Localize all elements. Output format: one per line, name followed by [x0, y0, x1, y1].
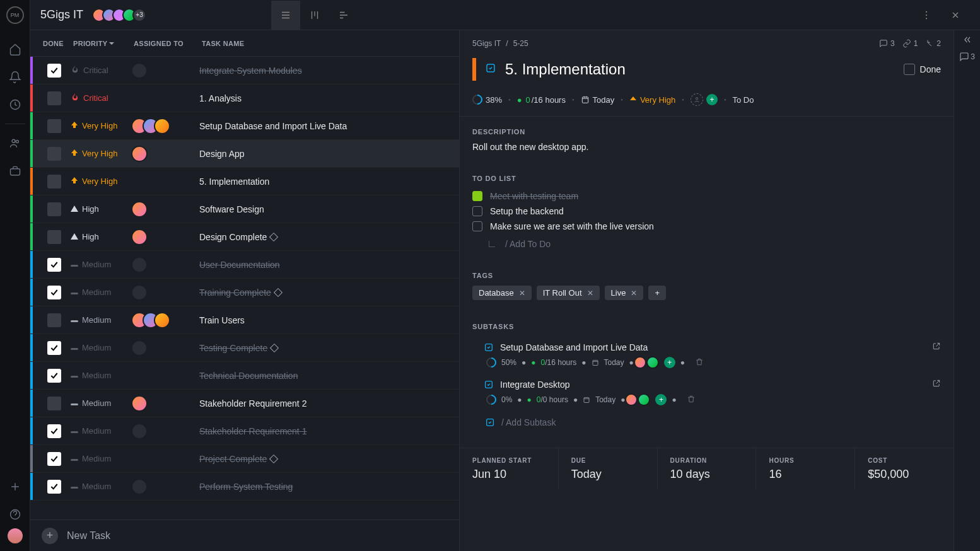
- task-row[interactable]: High Software Design: [30, 195, 459, 223]
- task-row[interactable]: Medium Stakeholder Requirement 1: [30, 417, 459, 445]
- task-name[interactable]: 5. Implementation: [199, 177, 459, 187]
- briefcase-icon[interactable]: [0, 157, 30, 185]
- people-icon[interactable]: [0, 129, 30, 157]
- priority-cell[interactable]: Medium: [71, 454, 131, 463]
- task-row[interactable]: Medium Training Complete: [30, 279, 459, 306]
- task-row[interactable]: Very High Setup Database and Import Live…: [30, 112, 459, 140]
- tag-chip[interactable]: Database✕: [472, 286, 532, 300]
- link-count[interactable]: 1: [902, 39, 918, 48]
- done-checkbox[interactable]: [47, 341, 61, 355]
- gantt-view-icon[interactable]: [329, 1, 358, 30]
- priority-chip[interactable]: Very High: [629, 95, 675, 105]
- done-checkbox[interactable]: [47, 452, 61, 466]
- task-name[interactable]: Train Users: [199, 315, 459, 325]
- collapse-icon[interactable]: [963, 35, 972, 44]
- subtask-item[interactable]: Setup Database and Import Live Data 50%●…: [484, 337, 941, 374]
- assignee-cell[interactable]: [131, 118, 199, 134]
- add-assignee-icon[interactable]: +: [655, 394, 667, 405]
- done-checkbox[interactable]: [47, 480, 61, 494]
- done-checkbox[interactable]: [47, 369, 61, 383]
- add-subtask-input[interactable]: / Add Subtask: [472, 411, 941, 427]
- board-view-icon[interactable]: [300, 1, 329, 30]
- hours-value[interactable]: 16: [769, 468, 842, 481]
- priority-cell[interactable]: Medium: [71, 343, 131, 352]
- task-name[interactable]: 1. Analysis: [199, 93, 459, 103]
- task-row[interactable]: Very High Design App: [30, 140, 459, 168]
- done-checkbox[interactable]: [47, 286, 61, 299]
- done-checkbox[interactable]: [47, 119, 61, 133]
- task-name[interactable]: Integrate System Modules: [199, 66, 459, 76]
- task-name[interactable]: Testing Complete: [199, 343, 459, 353]
- task-row[interactable]: Medium Perform System Testing: [30, 473, 459, 501]
- assignee-cell[interactable]: [131, 146, 199, 162]
- col-done[interactable]: DONE: [38, 40, 73, 47]
- priority-cell[interactable]: Critical: [71, 93, 131, 103]
- start-value[interactable]: Jun 10: [472, 468, 545, 481]
- task-name[interactable]: Setup Database and Import Live Data: [199, 121, 459, 131]
- add-assignee-icon[interactable]: +: [706, 94, 718, 105]
- delete-subtask-icon[interactable]: [695, 357, 704, 368]
- new-task-button[interactable]: + New Task: [30, 519, 459, 551]
- assignee-cell[interactable]: [131, 340, 199, 356]
- todo-item[interactable]: Make sure we are set with the live versi…: [472, 219, 941, 234]
- date-chip[interactable]: Today: [581, 95, 615, 105]
- task-name[interactable]: Training Complete: [199, 287, 459, 298]
- priority-cell[interactable]: Medium: [71, 398, 131, 408]
- subtask-item[interactable]: Integrate Desktop 0%●●0/0 hours●Today●+●: [484, 374, 941, 411]
- todo-checkbox[interactable]: [472, 221, 482, 231]
- col-priority[interactable]: PRIORITY: [73, 40, 134, 47]
- task-row[interactable]: Critical 1. Analysis: [30, 84, 459, 112]
- priority-cell[interactable]: Medium: [71, 315, 131, 325]
- priority-cell[interactable]: Critical: [71, 65, 131, 76]
- project-members[interactable]: +3: [92, 8, 146, 22]
- task-name[interactable]: Software Design: [199, 204, 459, 214]
- assignee-cell[interactable]: [131, 257, 199, 273]
- description-text[interactable]: Roll out the new desktop app.: [472, 142, 941, 152]
- done-checkbox[interactable]: [47, 147, 61, 161]
- task-name[interactable]: User Documentation: [199, 260, 459, 270]
- assignee-cell[interactable]: [131, 312, 199, 328]
- priority-cell[interactable]: Very High: [71, 177, 131, 186]
- comment-count[interactable]: 3: [879, 39, 895, 48]
- task-row[interactable]: Medium Testing Complete: [30, 334, 459, 362]
- assignee-cell[interactable]: [131, 284, 199, 301]
- task-name[interactable]: Perform System Testing: [199, 482, 459, 492]
- hours-chip[interactable]: ●0/16 hours: [517, 95, 566, 105]
- breadcrumb-id[interactable]: 5-25: [513, 39, 528, 48]
- comments-panel-toggle[interactable]: 3: [959, 52, 975, 62]
- open-subtask-icon[interactable]: [932, 342, 941, 352]
- assignee-cell[interactable]: [131, 395, 199, 412]
- help-icon[interactable]: [0, 501, 30, 528]
- add-todo-input[interactable]: / Add To Do: [472, 234, 941, 249]
- task-row[interactable]: Medium Stakeholder Requirement 2: [30, 390, 459, 417]
- priority-cell[interactable]: Very High: [71, 121, 131, 130]
- task-row[interactable]: Medium Project Complete: [30, 445, 459, 473]
- task-name[interactable]: Design Complete: [199, 232, 459, 242]
- done-toggle[interactable]: Done: [904, 64, 941, 75]
- done-checkbox[interactable]: [47, 230, 61, 244]
- priority-cell[interactable]: Medium: [71, 426, 131, 436]
- breadcrumb-project[interactable]: 5Gigs IT: [472, 39, 501, 48]
- close-icon[interactable]: [941, 1, 970, 30]
- task-name[interactable]: Design App: [199, 149, 459, 159]
- done-checkbox[interactable]: [47, 258, 61, 272]
- done-checkbox[interactable]: [47, 397, 61, 410]
- assignee-cell[interactable]: [131, 423, 199, 439]
- more-menu-icon[interactable]: [912, 1, 941, 30]
- todo-item[interactable]: Setup the backend: [472, 204, 941, 219]
- remove-tag-icon[interactable]: ✕: [519, 289, 525, 298]
- open-subtask-icon[interactable]: [932, 379, 941, 390]
- subtask-count[interactable]: 2: [925, 39, 941, 48]
- app-logo[interactable]: PM: [6, 6, 24, 24]
- col-assigned[interactable]: ASSIGNED TO: [134, 40, 202, 47]
- task-row[interactable]: Medium Train Users: [30, 306, 459, 334]
- assignee-cell[interactable]: [131, 62, 199, 79]
- priority-cell[interactable]: Medium: [71, 287, 131, 297]
- priority-cell[interactable]: High: [71, 204, 131, 214]
- task-row[interactable]: Medium Technical Documentation: [30, 362, 459, 390]
- task-name[interactable]: Project Complete: [199, 454, 459, 464]
- done-checkbox[interactable]: [47, 175, 61, 188]
- priority-cell[interactable]: Medium: [71, 260, 131, 269]
- task-name[interactable]: Stakeholder Requirement 1: [199, 426, 459, 436]
- done-checkbox[interactable]: [47, 202, 61, 216]
